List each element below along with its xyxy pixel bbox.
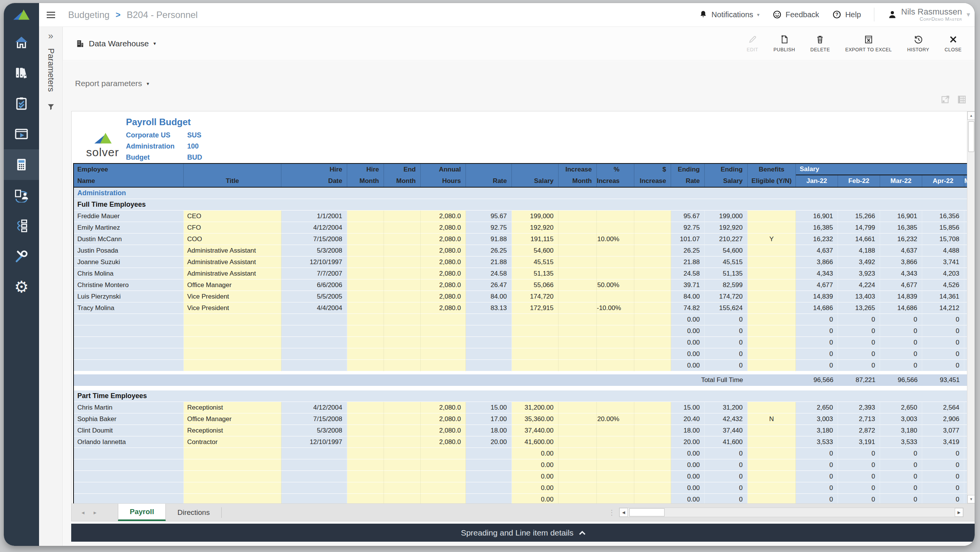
cell[interactable] [421, 337, 466, 348]
cell[interactable] [597, 268, 634, 279]
cell[interactable] [748, 436, 796, 448]
cell[interactable]: 191,115 [512, 234, 559, 245]
cell[interactable] [748, 325, 796, 337]
cell[interactable] [748, 291, 796, 302]
cell[interactable] [597, 314, 634, 325]
cell[interactable] [421, 459, 466, 471]
cell[interactable]: Administrative Assistant [184, 256, 281, 268]
cell[interactable] [634, 471, 671, 482]
cell[interactable] [347, 348, 384, 360]
cell[interactable] [634, 402, 671, 413]
cell[interactable] [597, 256, 634, 268]
cell[interactable]: Contractor [184, 436, 281, 448]
data-source-dropdown[interactable]: Data Warehouse ▾ [76, 39, 156, 48]
cell[interactable]: 2,080.0 [421, 256, 466, 268]
delete-button[interactable]: DELETE [810, 34, 830, 52]
cell[interactable]: 2,080.0 [421, 413, 466, 425]
app-logo[interactable] [4, 3, 39, 27]
cell[interactable] [421, 325, 466, 337]
horizontal-scrollbar-thumb[interactable] [629, 508, 665, 516]
sidebar-item-workflow[interactable] [4, 180, 39, 211]
cell[interactable] [748, 425, 796, 436]
cell[interactable] [634, 413, 671, 425]
cell[interactable]: 2,080.0 [421, 279, 466, 291]
cell[interactable] [634, 482, 671, 494]
cell[interactable] [347, 471, 384, 482]
cell[interactable]: Y [748, 234, 796, 245]
cell[interactable] [748, 268, 796, 279]
cell[interactable] [597, 436, 634, 448]
cell[interactable] [347, 268, 384, 279]
cell[interactable] [634, 448, 671, 459]
tab-directions[interactable]: Directions [166, 504, 221, 521]
cell[interactable] [384, 325, 421, 337]
cell[interactable] [559, 459, 597, 471]
cell[interactable] [384, 211, 421, 222]
cell[interactable]: 0.00 [512, 459, 559, 471]
export-to-excel-button[interactable]: EXPORT TO EXCEL [845, 34, 892, 52]
cell[interactable] [559, 471, 597, 482]
cell[interactable] [597, 482, 634, 494]
prev-sheet-icon[interactable]: ◂ [82, 509, 85, 516]
menu-icon[interactable] [46, 11, 56, 19]
cell[interactable] [597, 402, 634, 413]
cell[interactable] [634, 245, 671, 256]
cell[interactable]: CFO [184, 222, 281, 234]
cell[interactable] [634, 494, 671, 503]
cell[interactable] [184, 471, 281, 482]
cell[interactable] [512, 348, 559, 360]
close-button[interactable]: CLOSE [945, 34, 962, 52]
next-sheet-icon[interactable]: ▸ [94, 509, 97, 516]
publish-button[interactable]: PUBLISH [774, 34, 795, 52]
cell[interactable] [347, 425, 384, 436]
cell[interactable] [634, 425, 671, 436]
cell[interactable] [347, 448, 384, 459]
cell[interactable]: COO [184, 234, 281, 245]
cell[interactable]: 20.00% [597, 413, 634, 425]
cell[interactable] [384, 402, 421, 413]
cell[interactable] [384, 256, 421, 268]
filter-icon[interactable] [47, 103, 55, 111]
cell[interactable] [634, 291, 671, 302]
cell[interactable] [347, 325, 384, 337]
cell[interactable] [347, 360, 384, 371]
cell[interactable]: 2,080.0 [421, 268, 466, 279]
cell[interactable] [597, 337, 634, 348]
sidebar-item-archive[interactable] [4, 57, 39, 88]
history-button[interactable]: HISTORY [907, 34, 929, 52]
spreading-details-drawer[interactable]: Spreading and Line item details [71, 524, 975, 542]
cell[interactable] [597, 360, 634, 371]
cell[interactable] [184, 459, 281, 471]
cell[interactable]: 55,066 [512, 279, 559, 291]
cell[interactable] [748, 360, 796, 371]
cell[interactable] [597, 222, 634, 234]
scroll-down-button[interactable]: ▼ [967, 495, 975, 503]
cell[interactable] [184, 348, 281, 360]
vertical-scrollbar-thumb[interactable] [968, 121, 974, 152]
cell[interactable] [384, 302, 421, 314]
cell[interactable] [748, 256, 796, 268]
cell[interactable]: Vice President [184, 291, 281, 302]
cell[interactable] [748, 337, 796, 348]
cell[interactable] [748, 348, 796, 360]
cell[interactable]: 10.00% [597, 234, 634, 245]
cell[interactable] [347, 436, 384, 448]
cell[interactable] [184, 360, 281, 371]
cell[interactable] [421, 314, 466, 325]
cell[interactable] [597, 325, 634, 337]
horizontal-scrollbar-track[interactable]: ◀ ▶ [619, 508, 964, 517]
cell[interactable] [384, 494, 421, 503]
cell[interactable] [634, 268, 671, 279]
cell[interactable] [597, 471, 634, 482]
cell[interactable]: 2,080.0 [421, 425, 466, 436]
parameters-panel-title[interactable]: Parameters [46, 48, 56, 92]
cell[interactable] [748, 279, 796, 291]
cell[interactable] [559, 291, 597, 302]
cell[interactable]: 199,000 [512, 211, 559, 222]
sidebar-item-administration[interactable] [4, 241, 39, 272]
cell[interactable] [347, 211, 384, 222]
cell[interactable] [421, 360, 466, 371]
breadcrumb-section[interactable]: Budgeting [68, 10, 109, 20]
cell[interactable] [384, 425, 421, 436]
cell[interactable]: 0.00 [512, 448, 559, 459]
